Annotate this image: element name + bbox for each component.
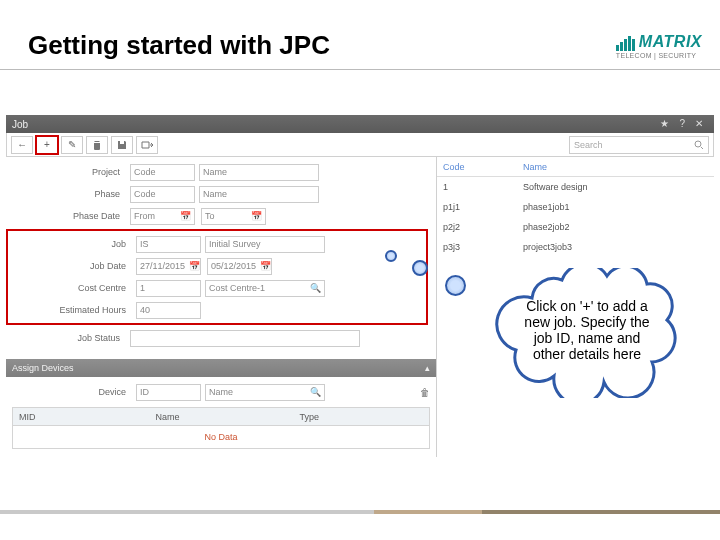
- phase-code-input[interactable]: Code: [130, 186, 195, 203]
- help-icon[interactable]: ?: [674, 119, 690, 129]
- label-phase: Phase: [6, 189, 126, 199]
- label-project: Project: [6, 167, 126, 177]
- close-icon[interactable]: ✕: [690, 119, 708, 129]
- phase-date-to[interactable]: To📅: [201, 208, 266, 225]
- lookup-row[interactable]: 1Software design: [437, 177, 714, 197]
- job-name-input[interactable]: Initial Survey: [205, 236, 325, 253]
- window-title: Job: [12, 119, 28, 130]
- import-icon: [141, 140, 153, 150]
- search-placeholder: Search: [574, 140, 603, 150]
- phase-name-input[interactable]: Name: [199, 186, 319, 203]
- slide-title: Getting started with JPC: [28, 30, 330, 61]
- save-button[interactable]: [111, 136, 133, 154]
- calendar-icon: 📅: [189, 261, 200, 271]
- window-titlebar: Job ★ ? ✕: [6, 115, 714, 133]
- job-date-to[interactable]: 05/12/2015📅: [207, 258, 272, 275]
- save-icon: [117, 140, 127, 150]
- col-mid: MID: [19, 412, 36, 422]
- cost-name-input[interactable]: Cost Centre-1🔍: [205, 280, 325, 297]
- search-input[interactable]: Search: [569, 136, 709, 154]
- back-button[interactable]: ←: [11, 136, 33, 154]
- calendar-icon: 📅: [260, 261, 271, 271]
- label-job-date: Job Date: [12, 261, 132, 271]
- logo-bars-icon: [616, 36, 635, 51]
- trash-icon: [92, 140, 102, 150]
- callout-bubble: Click on '+' to add a new job. Specify t…: [492, 268, 682, 398]
- col-type: Type: [300, 412, 320, 422]
- devices-table: MID Name Type No Data: [12, 407, 430, 449]
- phase-date-from[interactable]: From📅: [130, 208, 195, 225]
- edit-button[interactable]: ✎: [61, 136, 83, 154]
- calendar-icon: 📅: [251, 211, 262, 221]
- lookup-row[interactable]: p3j3project3job3: [437, 237, 714, 257]
- lookup-row[interactable]: p1j1phase1job1: [437, 197, 714, 217]
- est-hours-input[interactable]: 40: [136, 302, 201, 319]
- device-id-input[interactable]: ID: [136, 384, 201, 401]
- devices-section-title: Assign Devices: [12, 363, 74, 373]
- logo-text: MATRIX: [639, 33, 702, 51]
- lookup-col-code: Code: [443, 162, 523, 172]
- lookup-row[interactable]: p2j2phase2job2: [437, 217, 714, 237]
- job-code-input[interactable]: IS: [136, 236, 201, 253]
- trash-icon[interactable]: 🗑: [420, 387, 430, 398]
- add-button[interactable]: +: [36, 136, 58, 154]
- job-date-from[interactable]: 27/11/2015📅: [136, 258, 201, 275]
- footer-rule: [0, 510, 720, 514]
- project-name-input[interactable]: Name: [199, 164, 319, 181]
- callout-dot: [412, 260, 428, 276]
- star-icon[interactable]: ★: [655, 119, 674, 129]
- project-code-input[interactable]: Code: [130, 164, 195, 181]
- job-form: Project Code Name Phase Code Name Phase …: [6, 157, 436, 353]
- label-status: Job Status: [6, 333, 126, 343]
- col-name: Name: [156, 412, 180, 422]
- status-input[interactable]: [130, 330, 360, 347]
- import-button[interactable]: [136, 136, 158, 154]
- devices-empty: No Data: [13, 426, 429, 448]
- svg-point-0: [695, 141, 701, 147]
- callout-dot: [385, 250, 397, 262]
- delete-button[interactable]: [86, 136, 108, 154]
- collapse-icon[interactable]: ▴: [425, 363, 430, 373]
- label-device: Device: [12, 387, 132, 397]
- label-est-hours: Estimated Hours: [12, 305, 132, 315]
- label-job: Job: [12, 239, 132, 249]
- toolbar: ← + ✎ Search: [6, 133, 714, 157]
- cost-code-input[interactable]: 1: [136, 280, 201, 297]
- calendar-icon: 📅: [180, 211, 191, 221]
- label-cost-centre: Cost Centre: [12, 283, 132, 293]
- search-icon: [694, 140, 704, 150]
- logo-tagline: TELECOM | SECURITY: [616, 52, 696, 59]
- lookup-icon[interactable]: 🔍: [310, 283, 321, 293]
- label-phase-date: Phase Date: [6, 211, 126, 221]
- lookup-icon[interactable]: 🔍: [310, 387, 321, 397]
- highlight-box: Job IS Initial Survey Job Date 27/11/201…: [6, 229, 428, 325]
- device-name-input[interactable]: Name🔍: [205, 384, 325, 401]
- callout-text: Click on '+' to add a new job. Specify t…: [517, 298, 657, 362]
- lookup-col-name: Name: [523, 162, 547, 172]
- devices-section-header[interactable]: Assign Devices ▴: [6, 359, 436, 377]
- callout-dot: [445, 275, 466, 296]
- brand-logo: MATRIX TELECOM | SECURITY: [616, 33, 702, 59]
